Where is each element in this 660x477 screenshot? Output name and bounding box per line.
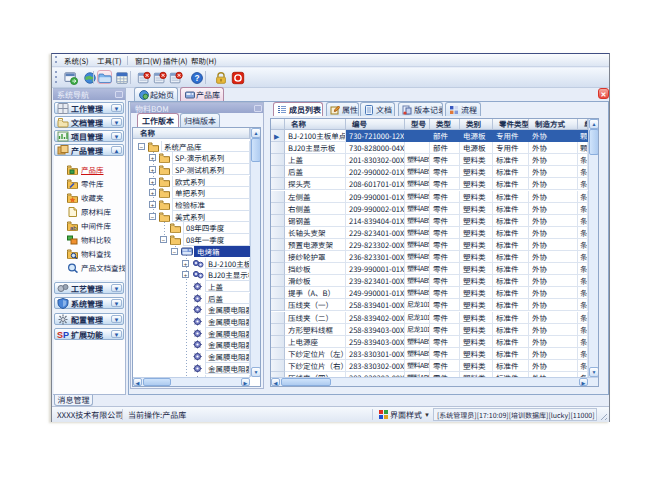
svg-text:ab: ab (70, 225, 77, 231)
svg-text:?: ? (194, 73, 199, 83)
svg-text:P: P (63, 330, 69, 340)
